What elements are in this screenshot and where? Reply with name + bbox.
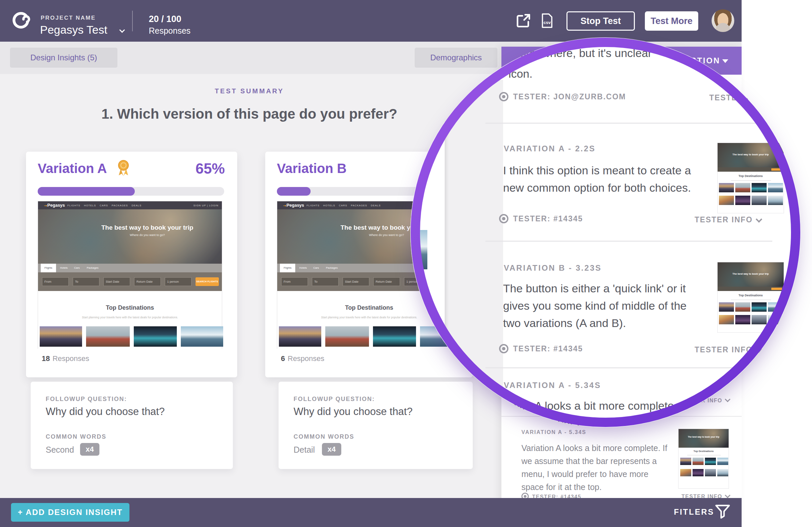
chevron-down-icon xyxy=(770,94,777,101)
destination-image xyxy=(693,458,704,465)
magnified-tester-info-toggle[interactable]: TESTER INFO xyxy=(695,215,761,224)
screenshot-canvas: PROJECT NAME Pegasys Test 20 / 100 Respo… xyxy=(0,0,812,527)
destination-image xyxy=(752,183,767,192)
site-field-return-date: Return Date xyxy=(373,277,400,286)
site-field-from: From xyxy=(42,277,69,286)
site-auth-links: SIGN UP | LOGIN xyxy=(193,204,218,207)
magnified-comment-line: gives you some kind of middle of the xyxy=(503,299,686,312)
site-search-bar: From To Start Date Return Date 1 person … xyxy=(38,272,222,291)
site-field-start-date: Start Date xyxy=(343,277,369,286)
add-design-insight-button[interactable]: + ADD DESIGN INSIGHT xyxy=(11,503,129,522)
followup-question: Why did you choose that? xyxy=(46,406,165,418)
destination-image xyxy=(693,469,704,476)
destination-image-bridge xyxy=(325,326,369,347)
magnified-comment-heading: VARIATION A - 2.2S xyxy=(504,144,595,153)
site-search-button: SEARCH FLIGHTS xyxy=(195,277,219,286)
project-label: PROJECT NAME xyxy=(41,15,96,21)
csv-icon-label: csv xyxy=(543,20,551,25)
destination-image xyxy=(752,315,767,324)
avatar[interactable] xyxy=(712,9,734,32)
destination-image xyxy=(735,302,750,312)
magnified-tester-info-toggle[interactable]: TESTER INFO xyxy=(709,93,776,102)
design-insights-button[interactable]: Design Insights (5) xyxy=(10,48,117,68)
chevron-down-icon xyxy=(725,397,730,402)
chevron-down-icon xyxy=(756,346,762,353)
destination-image xyxy=(680,458,691,465)
destination-image xyxy=(680,469,691,476)
site-nav-links: FLIGHTS HOTELS CARS PACKAGES DEALS xyxy=(68,204,142,207)
destination-image xyxy=(705,469,716,476)
destination-image xyxy=(768,183,783,192)
variation-b-responses: 6Responses xyxy=(281,354,324,363)
comment-text-line: space for it at the top. xyxy=(521,482,601,492)
filter-funnel-icon[interactable] xyxy=(714,503,730,520)
site-tab-hotels: Hotels xyxy=(299,264,307,272)
site-destinations-title: Top Destinations xyxy=(38,304,222,311)
csv-download-icon[interactable]: csv xyxy=(540,13,554,29)
variation-a-progress-track xyxy=(38,187,224,196)
destination-image xyxy=(735,183,750,192)
magnified-tester-info-toggle[interactable]: TESTER INFO xyxy=(695,345,761,354)
site-field-persons: 1 person xyxy=(165,277,191,286)
demographics-button[interactable]: Demographics xyxy=(415,48,497,68)
caption-line xyxy=(687,455,721,455)
export-icon[interactable] xyxy=(516,13,532,29)
helio-logo-icon xyxy=(12,11,31,30)
site-field-return-date: Return Date xyxy=(134,277,161,286)
site-brand-icon: ⤑ xyxy=(44,203,47,207)
site-destinations-title: Top Destinations xyxy=(717,293,784,297)
top-bar: PROJECT NAME Pegasys Test 20 / 100 Respo… xyxy=(0,0,742,42)
caption-line xyxy=(731,180,771,181)
site-destinations-title: Top Destinations xyxy=(679,450,729,453)
stop-test-button[interactable]: Stop Test xyxy=(566,11,635,31)
destination-image xyxy=(717,458,728,465)
followup-label: FOLLOWUP QUESTION: xyxy=(46,396,127,403)
destination-image xyxy=(719,302,734,312)
site-tab-cars: Cars xyxy=(313,264,319,272)
destination-image-nyc xyxy=(40,326,82,347)
magnified-comment-partial: omewhere, but it's unclear xyxy=(520,47,652,60)
site-brand-icon: ⤑ xyxy=(283,203,286,207)
variation-a-followup-card: FOLLOWUP QUESTION: Why did you choose th… xyxy=(31,382,233,469)
variation-a-title: Variation A xyxy=(38,161,107,176)
common-words-label: COMMON WORDS xyxy=(293,433,354,440)
site-field-to: To xyxy=(73,277,99,286)
filters-label: FITLERS xyxy=(674,507,714,517)
project-name-dropdown[interactable]: Pegasys Test xyxy=(40,23,107,36)
site-hero-photo: The best way to book your trip xyxy=(717,143,784,172)
magnified-tester-id: TESTER: #14345 xyxy=(499,344,583,353)
site-nav-links: FLIGHTS HOTELS CARS PACKAGES DEALS xyxy=(307,204,381,207)
magnified-destination-image-fragment xyxy=(417,230,427,269)
caption-line xyxy=(731,300,771,300)
chevron-down-icon[interactable] xyxy=(119,27,125,33)
variation-a-progress-fill xyxy=(38,187,135,196)
variation-a-site-thumbnail: ⤑Pegasys FLIGHTS HOTELS CARS PACKAGES DE… xyxy=(38,201,222,349)
variation-b-progress-fill xyxy=(277,187,310,196)
site-destinations-section: Top Destinations Start planning your tra… xyxy=(38,291,222,349)
magnified-comment-partial: tion A looks a bit more complete xyxy=(514,399,674,412)
site-destinations-subtitle: Start planning your travels here with th… xyxy=(38,316,222,319)
site-field-from: From xyxy=(281,277,308,286)
responses-count-label: Responses xyxy=(149,26,190,36)
comment-divider xyxy=(485,123,772,124)
destination-image-bridge xyxy=(86,326,130,347)
comment-text-line: menu, I would prefer to have more xyxy=(521,469,649,479)
common-word-count-badge: x4 xyxy=(322,443,341,456)
destination-image-concert xyxy=(373,326,416,347)
site-search-button xyxy=(771,288,782,290)
test-more-button[interactable]: Test More xyxy=(645,11,698,31)
chevron-down-icon xyxy=(725,493,730,498)
magnified-comment-heading: VARIATION A - 5.34S xyxy=(504,381,601,390)
magnified-comment-line: The button is either a 'quick link' or i… xyxy=(503,282,686,295)
destination-image xyxy=(735,196,750,205)
eye-icon xyxy=(499,344,508,353)
site-tab-flights: Flights xyxy=(280,264,295,272)
common-words-label: COMMON WORDS xyxy=(46,433,106,440)
site-search-bar xyxy=(717,287,784,291)
common-word: Second xyxy=(46,445,74,455)
site-hero-photo: The best way to book your trip xyxy=(717,262,784,291)
common-word-count-badge: x4 xyxy=(80,443,99,456)
destination-image xyxy=(717,469,728,476)
bottom-bar: + ADD DESIGN INSIGHT FITLERS xyxy=(0,498,742,527)
comment-text-line: we assume that the bar represents a xyxy=(521,456,657,466)
